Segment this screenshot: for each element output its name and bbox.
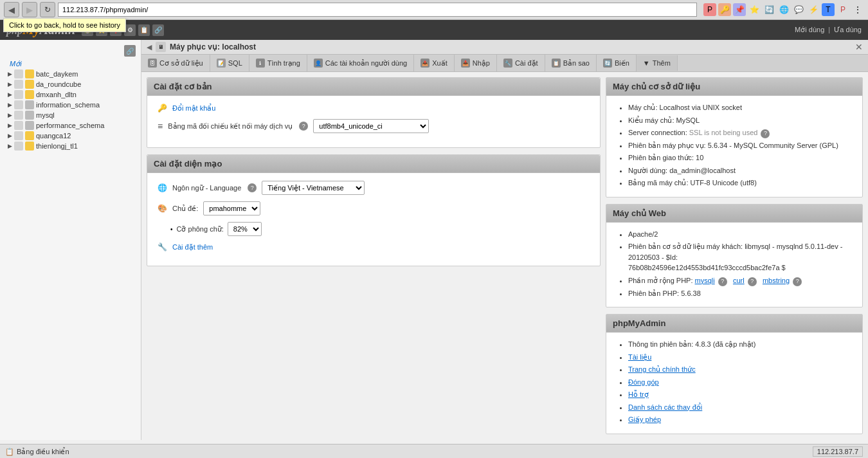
sidebar-item-new[interactable]: Mới (5, 59, 141, 69)
sidebar-item-da_roundcube[interactable]: ▶ da_roundcube (5, 79, 141, 89)
collation-label: Bảng mã đối chiếu kết nối máy dịch vụ (168, 122, 293, 131)
tab-ban-sao[interactable]: 📋 Bản sao (545, 55, 597, 71)
address-bar[interactable] (58, 3, 697, 17)
sidebar-item-performance_schema[interactable]: ▶ performance_schema (5, 120, 141, 131)
ext-icon-pma[interactable]: P (703, 3, 716, 16)
web-server-header: Máy chủ Web (606, 205, 862, 223)
db-server-card: Máy chủ cơ sở dữ liệu Máy chủ: Localhost… (606, 77, 863, 197)
collapse-button[interactable]: ◀ (147, 43, 152, 51)
tab-icon-status: ℹ (256, 59, 265, 68)
tab-icon-variables: 🔄 (603, 59, 612, 68)
mbstring-help[interactable]: ? (793, 277, 802, 286)
ext-icon-2[interactable]: 📌 (733, 3, 746, 16)
pma-license-link[interactable]: Giấy phép (628, 416, 661, 423)
theme-icon: 🎨 (158, 204, 167, 213)
language-select[interactable]: Tiếng Việt - Vietnamese (262, 181, 365, 195)
phpmyadmin-card: phpMyAdmin Thông tin phiên bản: 4.8.3 (đ… (606, 314, 863, 434)
tab-cai-dat[interactable]: 🔧 Cài đặt (497, 55, 545, 71)
tab-tinh-trang[interactable]: ℹ Tình trạng (249, 55, 307, 71)
curl-help[interactable]: ? (748, 277, 757, 286)
sidebar-item-thienlongj_tl1[interactable]: ▶ thienlongj_tl1 (5, 141, 141, 151)
collation-icon: ≡ (158, 121, 163, 131)
ssl-help-icon[interactable]: ? (761, 129, 770, 138)
mysqli-help[interactable]: ? (718, 277, 727, 286)
appearance-body: 🌐 Ngôn ngữ - Language ? Tiếng Việt - Vie… (147, 173, 600, 266)
collation-help-icon[interactable]: ? (299, 122, 308, 131)
phpmyadmin-header: phpMyAdmin (606, 315, 862, 333)
sidebar-link-icon[interactable]: 🔗 (124, 45, 136, 57)
tab-tai-khoan[interactable]: 👤 Các tài khoản người dùng (307, 55, 414, 71)
ext-icon-6[interactable]: 💬 (792, 3, 805, 16)
tab-bar: 🗄 Cơ sở dữ liệu 📝 SQL ℹ Tình trạng 👤 Các… (141, 55, 868, 72)
content-area: ◀ 🖥 Máy phục vụ: localhost ✕ 🗄 Cơ sở dữ … (141, 40, 868, 440)
mbstring-link[interactable]: mbstring (763, 277, 790, 284)
pma-contribute-link[interactable]: Đóng góp (628, 378, 659, 386)
db-server-item-3: Phiên bản máy phục vụ: 5.6.34 - MySQL Co… (628, 140, 853, 151)
sidebar-item-quangca12[interactable]: ▶ quangca12 (5, 131, 141, 141)
db-server-body: Máy chủ: Localhost via UNIX socket Kiểu … (606, 96, 862, 197)
tab-icon-more: ▼ (643, 59, 650, 67)
language-icon: 🌐 (158, 183, 167, 192)
ext-icon-8[interactable]: T (822, 3, 835, 16)
ext-icon-7[interactable]: ⚡ (807, 3, 820, 16)
curl-link[interactable]: curl (733, 277, 745, 284)
ext-icon-3[interactable]: ⭐ (748, 3, 761, 16)
pma-changelog[interactable]: Danh sách các thay đổi (628, 402, 853, 413)
pma-changelog-link[interactable]: Danh sách các thay đổi (628, 403, 702, 411)
tab-them[interactable]: ▼ Thêm (637, 55, 678, 71)
tab-icon-db: 🗄 (148, 59, 157, 68)
moi-dung-link[interactable]: Mới dùng (795, 26, 824, 33)
db-server-item-2: Server connection: SSL is not being used… (628, 127, 853, 138)
pma-homepage[interactable]: Trang chủ chính thức (628, 364, 853, 375)
server-name: Máy phục vụ: localhost (170, 42, 256, 51)
pma-version: Thông tin phiên bản: 4.8.3 (đã cập nhật) (628, 339, 853, 350)
tab-bien[interactable]: 🔄 Biến (597, 55, 637, 71)
tab-icon-settings: 🔧 (503, 59, 512, 68)
server-close-button[interactable]: ✕ (855, 42, 863, 52)
change-password-icon: 🔑 (158, 104, 167, 113)
theme-select[interactable]: pmahomme (203, 201, 260, 215)
forward-button[interactable]: ▶ (22, 2, 37, 17)
sidebar-item-mysql[interactable]: ▶ mysql (5, 110, 141, 120)
left-panel: Cài đặt cơ bản 🔑 Đổi mật khẩu ≡ Bảng mã … (147, 77, 601, 440)
tab-icon-sql: 📝 (217, 59, 226, 68)
pma-contribute[interactable]: Đóng góp (628, 377, 853, 388)
pma-docs[interactable]: Tài liệu (628, 352, 853, 363)
pma-top-header: phpMyAdmin 🏠 ⭐ ❓ ⚙ 📋 🔗 Mới dùng | Ưa dùn… (0, 20, 868, 40)
ext-icon-5[interactable]: 🌐 (777, 3, 790, 16)
ext-icon-1[interactable]: 🔑 (718, 3, 731, 16)
sidebar-item-dmxanh_dltn[interactable]: ▶ dmxanh_dltn (5, 89, 141, 100)
pma-support[interactable]: Hỗ trợ (628, 389, 853, 400)
mysqli-link[interactable]: mysqli (695, 277, 715, 284)
sidebar-item-batc_daykem[interactable]: ▶ batc_daykem (5, 69, 141, 79)
more-settings-link[interactable]: Cài đặt thêm (172, 243, 213, 252)
basic-settings-body: 🔑 Đổi mật khẩu ≡ Bảng mã đối chiếu kết n… (147, 96, 600, 147)
ua-dung-link[interactable]: Ưa dùng (834, 26, 862, 33)
db-server-item-0: Máy chủ: Localhost via UNIX socket (628, 102, 853, 113)
tab-icon-replicate: 📋 (552, 59, 561, 68)
ext-icon-9[interactable]: P (836, 3, 849, 16)
toolbar-icon-copy[interactable]: 📋 (138, 24, 150, 36)
tab-co-so-du-lieu[interactable]: 🗄 Cơ sở dữ liệu (141, 55, 210, 71)
tab-nhap[interactable]: 📥 Nhập (455, 55, 497, 71)
back-button[interactable]: ◀ (4, 2, 19, 17)
collation-select[interactable]: utf8mb4_unicode_ci (313, 119, 429, 133)
pma-docs-link[interactable]: Tài liệu (628, 353, 651, 361)
pma-support-link[interactable]: Hỗ trợ (628, 390, 649, 398)
font-size-select[interactable]: 82% (228, 222, 262, 236)
tab-sql[interactable]: 📝 SQL (210, 55, 249, 71)
font-size-label: Cỡ phông chữ: (177, 225, 224, 234)
sidebar-item-information_schema[interactable]: ▶ information_schema (5, 100, 141, 110)
tab-xuat[interactable]: 📤 Xuất (414, 55, 455, 71)
basic-settings-card: Cài đặt cơ bản 🔑 Đổi mật khẩu ≡ Bảng mã … (147, 77, 601, 148)
reload-button[interactable]: ↻ (40, 2, 55, 17)
db-server-item-1: Kiểu máy chủ: MySQL (628, 115, 853, 126)
language-help-icon[interactable]: ? (248, 183, 257, 192)
tab-icon-users: 👤 (314, 59, 323, 68)
pma-license[interactable]: Giấy phép (628, 414, 853, 425)
ext-icon-4[interactable]: 🔄 (763, 3, 775, 16)
toolbar-icon-link[interactable]: 🔗 (152, 24, 164, 36)
pma-homepage-link[interactable]: Trang chủ chính thức (628, 365, 696, 373)
change-password-link[interactable]: Đổi mật khẩu (172, 104, 215, 113)
menu-button[interactable]: ⋮ (851, 3, 864, 16)
